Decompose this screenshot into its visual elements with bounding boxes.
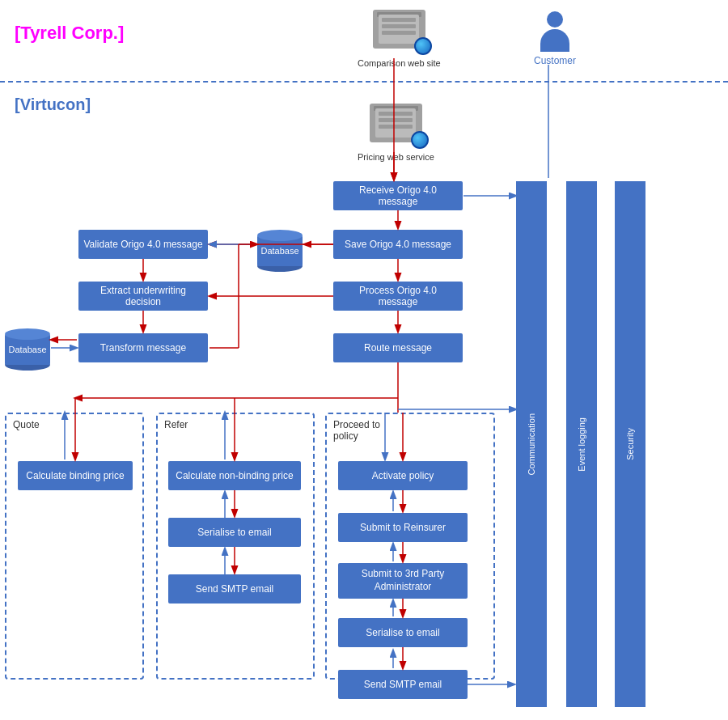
calculate-non-binding-box: Calculate non-binding price: [168, 461, 301, 490]
event-logging-label: Event logging: [577, 417, 586, 472]
extract-underwriting-box: Extract underwriting decision: [78, 282, 208, 311]
validate-origo-box: Validate Origo 4.0 message: [78, 230, 208, 259]
communication-bar: Communication: [516, 181, 547, 707]
submit-3rd-party-box: Submit to 3rd Party Administrator: [338, 563, 468, 599]
event-logging-bar: Event logging: [566, 181, 597, 707]
server-box-comparison: [373, 10, 425, 49]
swim-lane-policy-label: Proceed to policy: [333, 419, 380, 442]
process-origo-box: Process Origo 4.0 message: [333, 282, 463, 311]
pricing-webservice-label: Pricing web service: [358, 152, 434, 162]
customer-icon: Customer: [534, 11, 576, 66]
virtucon-label: [Virtucon]: [15, 95, 91, 114]
security-label: Security: [625, 428, 635, 460]
swim-lane-quote: Quote: [5, 413, 144, 680]
calculate-binding-box: Calculate binding price: [18, 461, 133, 490]
security-bar: Security: [615, 181, 645, 707]
receive-origo-box: Receive Origo 4.0 message: [333, 181, 463, 210]
serialise-email-refer-box: Serialise to email: [168, 518, 301, 547]
customer-label: Customer: [534, 55, 576, 66]
send-smtp-policy-box: Send SMTP email: [338, 670, 468, 699]
globe-pricing: [411, 131, 429, 149]
database-left: Database: [5, 328, 50, 371]
submit-reinsurer-box: Submit to Reinsurer: [338, 513, 468, 542]
globe-comparison: [414, 37, 432, 55]
swim-lane-refer-label: Refer: [164, 419, 188, 430]
customer-body: [540, 29, 569, 52]
swim-lane-quote-label: Quote: [13, 419, 40, 430]
tyrell-label: [Tyrell Corp.]: [15, 23, 124, 44]
comparison-website-label: Comparison web site: [358, 58, 441, 68]
diagram-container: [Tyrell Corp.] [Virtucon] Comparison web…: [0, 0, 728, 720]
customer-head: [547, 11, 563, 28]
separator-line: [0, 81, 728, 83]
pricing-webservice-server: Pricing web service: [358, 104, 434, 162]
route-message-box: Route message: [333, 333, 463, 362]
communication-label: Communication: [527, 413, 536, 475]
server-box-pricing: [370, 104, 422, 142]
database-middle: Database: [257, 230, 303, 272]
transform-message-box: Transform message: [78, 333, 208, 362]
activate-policy-box: Activate policy: [338, 461, 468, 490]
save-origo-box: Save Origo 4.0 message: [333, 230, 463, 259]
comparison-website-server: Comparison web site: [358, 10, 441, 68]
serialise-email-policy-box: Serialise to email: [338, 618, 468, 647]
send-smtp-refer-box: Send SMTP email: [168, 574, 301, 604]
